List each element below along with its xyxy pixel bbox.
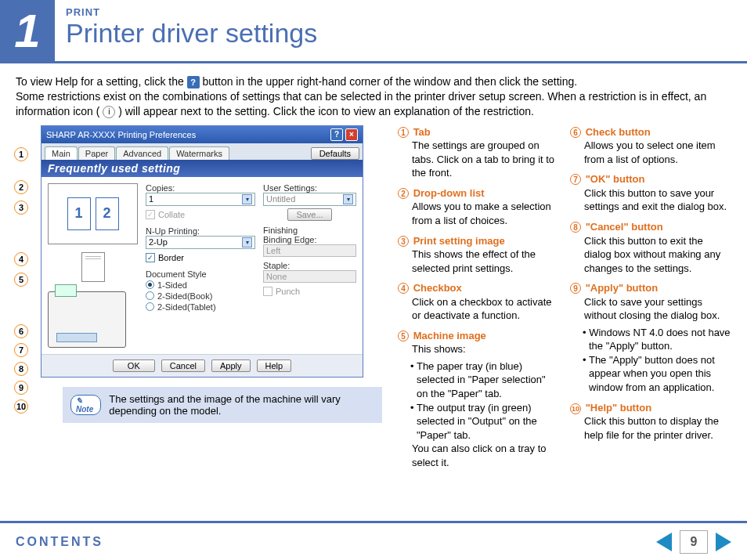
callout-2: 2 xyxy=(14,180,28,194)
note-box: Note The settings and the image of the m… xyxy=(63,387,382,423)
defaults-button[interactable]: Defaults xyxy=(311,147,359,160)
page-number: 9 xyxy=(680,530,708,554)
header-eyebrow: PRINT xyxy=(66,6,317,18)
binding-dropdown: Left xyxy=(263,244,356,257)
preview-page-2: 2 xyxy=(96,197,119,230)
page-title: Printer driver settings xyxy=(66,18,317,49)
item4-title: Checkbox xyxy=(413,282,462,294)
item6-title: Check button xyxy=(586,126,651,138)
page-footer: CONTENTS 9 xyxy=(0,521,747,560)
nup-label: N-Up Printing: xyxy=(146,226,255,236)
callout-5: 5 xyxy=(14,273,28,287)
item9-bullet1: • Windows NT 4.0 does not have the "Appl… xyxy=(589,326,731,353)
border-checkbox[interactable]: ✓ xyxy=(146,253,155,262)
tab-main[interactable]: Main xyxy=(45,146,78,160)
item7-body: Click this button to save your settings … xyxy=(584,186,731,214)
titlebar-close-button[interactable]: × xyxy=(345,128,358,141)
finishing-label: Finishing xyxy=(263,226,356,235)
item1-body: The settings are grouped on tabs. Click … xyxy=(412,139,559,180)
callout-3: 3 xyxy=(14,201,28,215)
titlebar-help-button[interactable]: ? xyxy=(330,128,343,141)
window-title: SHARP AR-XXXX Printing Preferences xyxy=(46,130,196,139)
item5-out: You can also click on a tray to select i… xyxy=(412,442,559,469)
item10-body: Click this button to display the help fi… xyxy=(584,414,731,442)
driver-window: SHARP AR-XXXX Printing Preferences ? × M… xyxy=(41,125,363,378)
item4-body: Click on a checkbox to activate or deact… xyxy=(412,295,559,323)
intro-text-4: ) will appear next to the setting. Click… xyxy=(118,105,534,117)
item8-title: "Cancel" button xyxy=(586,221,663,233)
docstyle-label: Document Style xyxy=(146,269,255,279)
intro-text-1: To view Help for a setting, click the xyxy=(16,75,187,88)
tab-row: Main Paper Advanced Watermarks Defaults xyxy=(42,143,363,160)
item7-title: "OK" button xyxy=(586,173,645,185)
item2-body: Allows you to make a selection from a li… xyxy=(412,200,559,227)
item9-bullet2: • The "Apply" button does not appear whe… xyxy=(589,353,731,395)
help-icon: ? xyxy=(187,76,200,89)
punch-label: Punch xyxy=(276,287,300,296)
copies-input[interactable]: 1▾ xyxy=(146,193,255,206)
copies-label: Copies: xyxy=(146,183,255,193)
tab-advanced[interactable]: Advanced xyxy=(116,146,168,160)
callout-9: 9 xyxy=(14,381,28,395)
callout-8: 8 xyxy=(14,362,28,376)
document-icon xyxy=(81,252,105,282)
callout-numbers: 1 2 3 4 5 6 7 8 9 10 xyxy=(14,147,28,418)
item5-title: Machine image xyxy=(413,330,486,341)
item1-title: Tab xyxy=(413,126,431,138)
staple-label: Staple: xyxy=(263,261,356,270)
save-usersettings-button[interactable]: Save... xyxy=(287,208,331,221)
item5-intro: This shows: xyxy=(412,342,559,356)
contents-link[interactable]: CONTENTS xyxy=(16,535,103,549)
item6-body: Allows you to select one item from a lis… xyxy=(584,139,731,166)
tab-watermarks[interactable]: Watermarks xyxy=(169,146,229,160)
item3-body: This shows the effect of the selected pr… xyxy=(412,247,559,275)
chevron-down-icon[interactable]: ▾ xyxy=(343,194,353,204)
item5-bullet1: • The paper tray (in blue) selected in "… xyxy=(417,359,559,401)
radio-2sided-tablet[interactable] xyxy=(146,302,154,311)
explanations: 1 Tab The settings are grouped on tabs. … xyxy=(398,125,731,476)
callout-4: 4 xyxy=(14,252,28,266)
ok-button[interactable]: OK xyxy=(113,359,155,372)
item9-body: Click to save your settings without clos… xyxy=(584,295,731,323)
radio-1sided[interactable] xyxy=(146,280,154,289)
callout-1: 1 xyxy=(14,147,28,161)
callout-10: 10 xyxy=(14,399,28,414)
frequent-settings-bar: Frequently used setting xyxy=(42,160,363,177)
tab-paper[interactable]: Paper xyxy=(78,146,115,160)
intro-paragraph: To view Help for a setting, click the ? … xyxy=(0,63,747,125)
chapter-number: 1 xyxy=(14,4,40,58)
help-button[interactable]: Help xyxy=(257,359,292,372)
preview-page-1: 1 xyxy=(67,197,91,230)
usersettings-dropdown[interactable]: Untitled▾ xyxy=(263,193,356,206)
info-icon: i xyxy=(103,106,115,118)
callout-7: 7 xyxy=(14,343,28,357)
staple-dropdown: None xyxy=(263,270,356,283)
note-text: The settings and the image of the machin… xyxy=(109,393,374,417)
intro-text-2: button in the upper right-hand corner of… xyxy=(203,75,578,88)
spinner-icon[interactable]: ▾ xyxy=(242,194,252,204)
collate-label: Collate xyxy=(158,210,185,219)
usersettings-label: User Settings: xyxy=(263,183,356,193)
radio-2sided-book[interactable] xyxy=(146,291,154,300)
dialog-button-row: OK Cancel Apply Help xyxy=(42,354,363,377)
binding-label: Binding Edge: xyxy=(263,235,356,244)
item5-bullet2: • The output tray (in green) selected in… xyxy=(417,401,559,443)
chevron-down-icon[interactable]: ▾ xyxy=(242,237,252,247)
prev-page-button[interactable] xyxy=(656,533,672,551)
callout-6: 6 xyxy=(14,324,28,338)
apply-button[interactable]: Apply xyxy=(211,359,251,372)
chapter-number-box: 1 xyxy=(0,0,55,61)
collate-checkbox[interactable]: ✓ xyxy=(146,210,155,219)
machine-image[interactable] xyxy=(48,291,126,348)
punch-checkbox xyxy=(263,287,272,296)
note-pill: Note xyxy=(70,395,101,415)
item9-title: "Apply" button xyxy=(586,282,658,294)
page-header: 1 PRINT Printer driver settings xyxy=(0,0,747,61)
next-page-button[interactable] xyxy=(716,533,731,551)
nup-dropdown[interactable]: 2-Up▾ xyxy=(146,236,255,249)
item8-body: Click this button to exit the dialog box… xyxy=(584,234,731,276)
border-label: Border xyxy=(158,253,184,262)
cancel-button[interactable]: Cancel xyxy=(161,359,205,372)
item10-title: "Help" button xyxy=(586,402,652,414)
item2-title: Drop-down list xyxy=(413,187,485,199)
